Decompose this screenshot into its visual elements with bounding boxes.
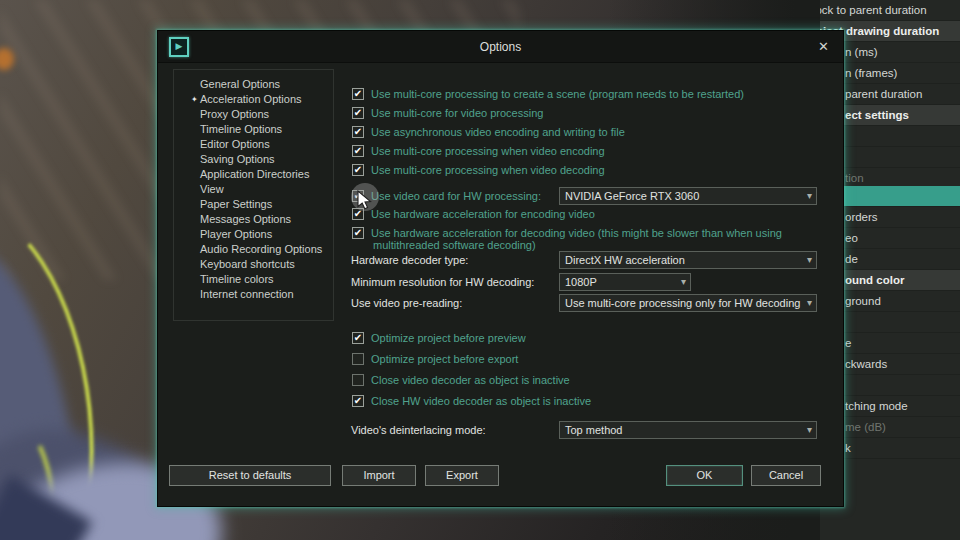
pre-reading-select[interactable]: Use multi-core processing only for HW de… xyxy=(559,294,817,312)
deinterlacing-select[interactable]: Top method ▾ xyxy=(559,421,817,439)
min-resolution-value: 1080P xyxy=(565,276,597,288)
checkbox[interactable]: ✔ xyxy=(352,88,364,100)
property-label: e xyxy=(845,333,851,354)
sidebar-item-timeline-colors[interactable]: Timeline colors xyxy=(174,272,333,287)
property-section-label: ect settings xyxy=(845,105,909,126)
import-button[interactable]: Import xyxy=(342,465,416,486)
cancel-button[interactable]: Cancel xyxy=(751,465,821,486)
checkbox[interactable]: ✔ xyxy=(352,107,364,119)
sidebar-item-label: Paper Settings xyxy=(200,198,272,210)
property-label: orders xyxy=(845,207,878,228)
checkbox[interactable]: ✔ xyxy=(352,145,364,157)
checkbox-label: Use multi-core for video processing xyxy=(371,107,543,120)
sidebar-item-editor-options[interactable]: Editor Options xyxy=(174,137,333,152)
sidebar-item-label: Editor Options xyxy=(200,138,270,150)
deinterlacing-value: Top method xyxy=(565,424,622,436)
sidebar-item-label: Acceleration Options xyxy=(200,93,302,105)
checkbox[interactable]: ✔ xyxy=(352,332,364,344)
chevron-down-icon: ▾ xyxy=(807,190,812,201)
property-label: ckwards xyxy=(845,354,887,375)
sidebar-item-label: Timeline Options xyxy=(200,123,282,135)
property-label: n (ms) xyxy=(845,42,878,63)
chevron-down-icon: ▾ xyxy=(807,424,812,435)
sidebar-item-label: View xyxy=(200,183,224,195)
pre-reading-value: Use multi-core processing only for HW de… xyxy=(565,297,800,309)
selected-item-marker-icon: ✦ xyxy=(191,92,198,107)
checkbox-label: Use video card for HW processing: xyxy=(371,190,541,203)
dialog-title: Options xyxy=(158,40,843,54)
property-label: eo xyxy=(845,228,858,249)
close-icon[interactable]: ✕ xyxy=(818,39,829,54)
ok-button[interactable]: OK xyxy=(666,465,743,486)
checkbox-label: Optimize project before export xyxy=(371,353,518,366)
options-dialog: ▶ Options ✕ General Options ✦Acceleratio… xyxy=(157,30,844,507)
sidebar-item-timeline-options[interactable]: Timeline Options xyxy=(174,122,333,137)
checkbox[interactable]: ✔ xyxy=(352,164,364,176)
deinterlacing-label: Video's deinterlacing mode: xyxy=(351,424,486,436)
options-category-list: General Options ✦Acceleration Options Pr… xyxy=(173,69,334,321)
property-section-label: ound color xyxy=(845,270,904,291)
decoder-type-select[interactable]: DirectX HW acceleration ▾ xyxy=(559,251,817,269)
checkbox-label-line2: multithreaded software decoding) xyxy=(373,239,536,251)
property-label: parent duration xyxy=(845,84,922,105)
sidebar-item-label: Audio Recording Options xyxy=(200,243,322,255)
sidebar-item-label: Player Options xyxy=(200,228,272,240)
pre-reading-label: Use video pre-reading: xyxy=(351,297,462,309)
sidebar-item-view[interactable]: View xyxy=(174,182,333,197)
sidebar-item-saving-options[interactable]: Saving Options xyxy=(174,152,333,167)
sidebar-item-label: Saving Options xyxy=(200,153,275,165)
checkbox[interactable]: ✔ xyxy=(352,227,364,239)
sidebar-item-general-options[interactable]: General Options xyxy=(174,77,333,92)
decoder-type-value: DirectX HW acceleration xyxy=(565,254,685,266)
chevron-down-icon: ▾ xyxy=(807,297,812,308)
sidebar-item-label: Proxy Options xyxy=(200,108,269,120)
checkbox[interactable]: ✔ xyxy=(352,126,364,138)
export-button[interactable]: Export xyxy=(425,465,499,486)
reset-to-defaults-button[interactable]: Reset to defaults xyxy=(169,465,331,486)
property-label: k xyxy=(845,438,851,459)
checkbox[interactable]: ✔ xyxy=(352,395,364,407)
dialog-titlebar[interactable]: ▶ Options ✕ xyxy=(158,31,843,63)
mouse-cursor xyxy=(356,190,376,214)
gpu-select[interactable]: NVIDIA GeForce RTX 3060 ▾ xyxy=(559,187,817,205)
checkbox-label: Use multi-core processing to create a sc… xyxy=(371,88,744,101)
min-resolution-select[interactable]: 1080P ▾ xyxy=(559,273,691,291)
sidebar-item-label: Internet connection xyxy=(200,288,294,300)
decoder-type-label: Hardware decoder type: xyxy=(351,254,468,266)
property-label: Lock to parent duration xyxy=(820,0,927,21)
min-resolution-label: Minimum resolution for HW decoding: xyxy=(351,276,534,288)
gpu-select-value: NVIDIA GeForce RTX 3060 xyxy=(565,190,699,202)
checkbox-label: Close HW video decoder as object is inac… xyxy=(371,395,591,408)
checkbox[interactable] xyxy=(352,374,364,386)
sidebar-item-acceleration-options[interactable]: ✦Acceleration Options xyxy=(174,92,333,107)
sidebar-item-paper-settings[interactable]: Paper Settings xyxy=(174,197,333,212)
property-label: ground xyxy=(845,291,881,312)
checkbox-label: Use multi-core processing when video dec… xyxy=(371,164,605,177)
checkbox-label: Optimize project before preview xyxy=(371,332,526,345)
sidebar-item-player-options[interactable]: Player Options xyxy=(174,227,333,242)
sidebar-item-label: General Options xyxy=(200,78,280,90)
sidebar-item-audio-recording-options[interactable]: Audio Recording Options xyxy=(174,242,333,257)
property-label: tching mode xyxy=(845,396,908,417)
sidebar-item-label: Timeline colors xyxy=(200,273,274,285)
sidebar-item-messages-options[interactable]: Messages Options xyxy=(174,212,333,227)
property-row[interactable]: Lock to parent duration xyxy=(820,0,960,21)
sidebar-item-label: Application Directories xyxy=(200,168,309,180)
sidebar-item-label: Messages Options xyxy=(200,213,291,225)
sidebar-item-internet-connection[interactable]: Internet connection xyxy=(174,287,333,302)
sidebar-item-proxy-options[interactable]: Proxy Options xyxy=(174,107,333,122)
checkbox-label: Use hardware acceleration for encoding v… xyxy=(371,208,595,221)
sidebar-item-label: Keyboard shortcuts xyxy=(200,258,295,270)
checkbox-label: Use multi-core processing when video enc… xyxy=(371,145,605,158)
chevron-down-icon: ▾ xyxy=(807,254,812,265)
property-label: de xyxy=(845,249,858,270)
property-label: me (dB) xyxy=(845,417,886,438)
sidebar-item-application-directories[interactable]: Application Directories xyxy=(174,167,333,182)
checkbox[interactable] xyxy=(352,353,364,365)
sidebar-item-keyboard-shortcuts[interactable]: Keyboard shortcuts xyxy=(174,257,333,272)
checkbox-label: Use asynchronous video encoding and writ… xyxy=(371,126,625,139)
chevron-down-icon: ▾ xyxy=(681,276,686,287)
property-label: n (frames) xyxy=(845,63,897,84)
checkbox-label: Close video decoder as object is inactiv… xyxy=(371,374,570,387)
